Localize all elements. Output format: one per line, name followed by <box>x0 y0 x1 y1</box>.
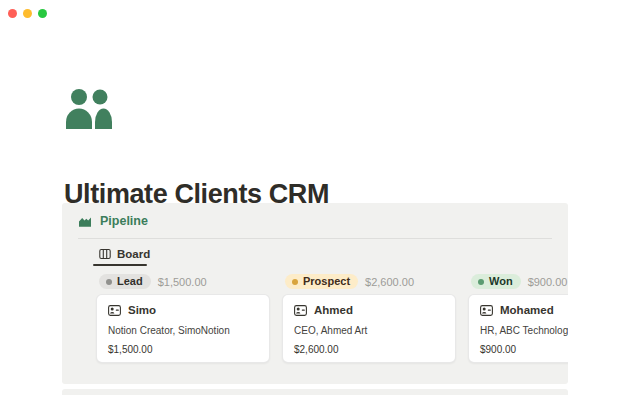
status-label: Prospect <box>303 276 350 287</box>
contact-card-icon <box>294 305 307 316</box>
card-subtitle: CEO, Ahmed Art <box>294 325 444 336</box>
status-label: Won <box>489 276 513 287</box>
pipeline-panel: Pipeline Board Lead $1,500.00 <box>62 203 568 384</box>
board-card[interactable]: Mohamed HR, ABC Technology $900.00 <box>468 294 568 363</box>
card-amount: $900.00 <box>480 344 568 355</box>
board-column-prospect: Prospect $2,600.00 Ahmed <box>282 273 456 363</box>
card-subtitle: Notion Creator, SimoNotion <box>108 325 258 336</box>
column-sum: $2,600.00 <box>365 276 414 288</box>
status-dot <box>478 279 484 285</box>
board-view-icon <box>99 248 111 260</box>
bar-chart-icon <box>78 214 92 228</box>
column-sum: $900.00 <box>528 276 568 288</box>
board-column-lead: Lead $1,500.00 Simo Notio <box>96 273 270 363</box>
close-window-button[interactable] <box>8 9 17 18</box>
minimize-window-button[interactable] <box>23 9 32 18</box>
status-pill-won[interactable]: Won <box>471 274 521 289</box>
contact-card-icon <box>480 305 493 316</box>
status-dot <box>106 279 112 285</box>
column-header: Lead $1,500.00 <box>99 273 270 290</box>
contact-card-icon <box>108 305 121 316</box>
card-title: Mohamed <box>500 304 554 316</box>
window-controls <box>8 9 47 18</box>
column-header: Prospect $2,600.00 <box>285 273 456 290</box>
pipeline-database-title[interactable]: Pipeline <box>78 212 148 230</box>
status-dot <box>292 279 298 285</box>
board-column-won: Won $900.00 Mohamed HR, A <box>468 273 568 363</box>
kanban-board: Lead $1,500.00 Simo Notio <box>96 273 568 363</box>
tab-board[interactable]: Board <box>93 246 156 262</box>
column-header: Won $900.00 <box>471 273 568 290</box>
column-sum: $1,500.00 <box>158 276 207 288</box>
status-pill-lead[interactable]: Lead <box>99 274 151 289</box>
next-section-preview <box>62 389 568 395</box>
header-divider <box>78 238 552 239</box>
card-amount: $1,500.00 <box>108 344 258 355</box>
card-title: Ahmed <box>314 304 353 316</box>
board-card[interactable]: Simo Notion Creator, SimoNotion $1,500.0… <box>96 294 270 363</box>
pipeline-title-label: Pipeline <box>100 214 148 228</box>
tab-board-label: Board <box>117 248 150 260</box>
card-amount: $2,600.00 <box>294 344 444 355</box>
status-label: Lead <box>117 276 143 287</box>
status-pill-prospect[interactable]: Prospect <box>285 274 358 289</box>
card-subtitle: HR, ABC Technology <box>480 325 568 336</box>
board-card[interactable]: Ahmed CEO, Ahmed Art $2,600.00 <box>282 294 456 363</box>
card-title: Simo <box>128 304 156 316</box>
people-icon[interactable] <box>66 87 112 131</box>
active-tab-indicator <box>93 264 147 266</box>
zoom-window-button[interactable] <box>38 9 47 18</box>
